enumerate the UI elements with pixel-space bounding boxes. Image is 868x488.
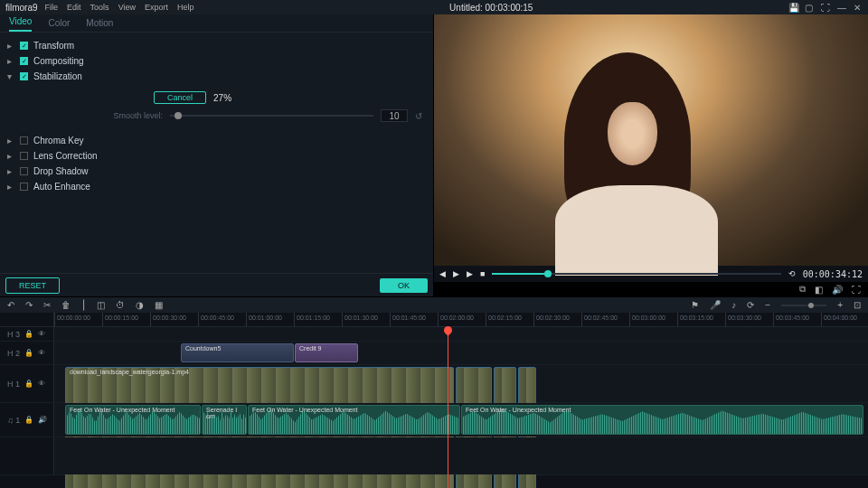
ruler-tick: 00:01:30:00	[342, 313, 378, 326]
label-auto-enhance: Auto Enhance	[33, 182, 90, 192]
checkbox-auto-enhance[interactable]	[20, 183, 28, 191]
chevron-right-icon[interactable]: ▸	[7, 56, 14, 66]
track-label: H 2	[7, 349, 20, 358]
track-label: H 3	[7, 330, 20, 339]
render-icon[interactable]: ⟳	[747, 300, 754, 310]
marker-icon[interactable]: ⚑	[691, 300, 699, 310]
tab-color[interactable]: Color	[48, 18, 70, 32]
clip-audio-4[interactable]: Feet On Water - Unexpected Moment	[461, 405, 863, 435]
ruler-tick: 00:04:00:00	[821, 313, 857, 326]
smooth-value[interactable]: 10	[381, 109, 408, 122]
chevron-right-icon[interactable]: ▸	[7, 182, 14, 192]
ruler-tick: 00:02:30:00	[533, 313, 570, 326]
lock-icon[interactable]: 🔒	[24, 349, 33, 357]
minimize-icon[interactable]: —	[837, 3, 846, 12]
playhead[interactable]	[448, 327, 448, 488]
clip-audio-3[interactable]: Feet On Water - Unexpected Moment	[248, 405, 460, 435]
label-transform: Transform	[33, 41, 74, 51]
layout-icon[interactable]: ▢	[805, 3, 814, 12]
menu-edit[interactable]: Edit	[67, 3, 81, 12]
snapshot-icon[interactable]: ⧉	[799, 284, 806, 295]
app-logo: filmora9	[5, 3, 38, 13]
ruler-tick: 00:00:15:00	[102, 313, 138, 326]
menu-help[interactable]: Help	[177, 3, 194, 12]
ruler-tick: 00:03:30:00	[725, 313, 761, 326]
preview-viewport[interactable]	[434, 14, 868, 266]
undo-icon[interactable]: ↶	[7, 300, 14, 310]
delete-icon[interactable]: 🗑	[61, 300, 71, 310]
tab-motion[interactable]: Motion	[86, 18, 113, 32]
preview-timecode: 00:00:34:12	[803, 269, 863, 279]
smooth-slider[interactable]	[170, 115, 373, 117]
clip-credit[interactable]: Credit 9	[295, 343, 358, 362]
timeline-tracks: H 3🔒👁 H 2🔒👁 Countdown5 Credit 9 H 1🔒👁 do…	[0, 327, 868, 475]
crop-icon[interactable]: ◫	[97, 300, 105, 310]
checkbox-transform[interactable]: ✓	[20, 42, 28, 50]
checkbox-drop-shadow[interactable]	[20, 167, 28, 175]
preview-progress[interactable]	[492, 273, 780, 275]
speed-icon[interactable]: ⏱	[116, 300, 125, 310]
properties-panel: Video Color Motion ▸✓Transform ▸✓Composi…	[0, 14, 434, 296]
checkbox-compositing[interactable]: ✓	[20, 57, 28, 65]
chevron-down-icon[interactable]: ▾	[7, 71, 14, 81]
menu-export[interactable]: Export	[145, 3, 168, 12]
ruler-tick: 00:03:15:00	[677, 313, 713, 326]
label-compositing: Compositing	[33, 56, 84, 66]
timeline-toolbar: ↶ ↷ ✂ 🗑 ⎮ ◫ ⏱ ◑ ▦ ⚑ 🎤 ♪ ⟳ − + ⊡	[0, 296, 868, 313]
reset-icon[interactable]: ↺	[415, 111, 422, 121]
loop-icon[interactable]: ⟲	[788, 269, 796, 278]
label-chroma-key: Chroma Key	[33, 136, 84, 145]
chevron-right-icon[interactable]: ▸	[7, 136, 14, 145]
fullscreen-preview-icon[interactable]: ⛶	[852, 285, 861, 295]
cancel-button[interactable]: Cancel	[154, 91, 206, 104]
chevron-right-icon[interactable]: ▸	[7, 166, 14, 176]
ruler-tick: 00:01:15:00	[294, 313, 330, 326]
prev-frame-icon[interactable]: ◀	[439, 269, 446, 278]
ruler-tick: 00:03:45:00	[773, 313, 809, 326]
zoom-out-icon[interactable]: −	[765, 300, 770, 310]
volume-icon[interactable]: 🔊	[832, 285, 843, 295]
eye-icon[interactable]: 👁	[38, 380, 45, 388]
mixer-icon[interactable]: ♪	[731, 300, 736, 310]
split-icon[interactable]: ⎮	[81, 300, 86, 310]
ok-button[interactable]: OK	[380, 278, 428, 293]
lock-icon[interactable]: 🔒	[24, 380, 33, 388]
mute-icon[interactable]: 🔊	[38, 416, 47, 424]
menu-tools[interactable]: Tools	[90, 3, 109, 12]
zoom-slider[interactable]	[781, 305, 826, 306]
reset-button[interactable]: RESET	[5, 277, 60, 294]
zoom-fit-icon[interactable]: ⊡	[854, 300, 861, 310]
cut-icon[interactable]: ✂	[43, 300, 51, 310]
eye-icon[interactable]: 👁	[38, 330, 45, 338]
chevron-right-icon[interactable]: ▸	[7, 151, 14, 161]
eye-icon[interactable]: 👁	[38, 349, 45, 357]
zoom-in-icon[interactable]: +	[837, 300, 843, 310]
clip-audio-1[interactable]: Feet On Water - Unexpected Moment	[65, 405, 201, 435]
mic-icon[interactable]: 🎤	[710, 300, 721, 310]
tab-video[interactable]: Video	[9, 16, 32, 32]
label-stabilization: Stabilization	[33, 71, 82, 81]
stop-icon[interactable]: ■	[480, 269, 485, 278]
play-icon[interactable]: ▶	[453, 269, 459, 278]
menu-view[interactable]: View	[118, 3, 136, 12]
fullscreen-icon[interactable]: ⛶	[821, 3, 830, 12]
quality-icon[interactable]: ◧	[815, 285, 823, 295]
green-screen-icon[interactable]: ▦	[155, 300, 163, 310]
save-icon[interactable]: 💾	[788, 3, 797, 12]
label-drop-shadow: Drop Shadow	[33, 166, 89, 176]
checkbox-chroma-key[interactable]	[20, 136, 28, 145]
color-icon[interactable]: ◑	[136, 300, 144, 310]
lock-icon[interactable]: 🔒	[24, 416, 33, 424]
checkbox-lens-correction[interactable]	[20, 152, 28, 160]
clip-countdown[interactable]: Countdown5	[181, 343, 294, 362]
timeline-ruler[interactable]: 00:00:00:0000:00:15:0000:00:30:0000:00:4…	[54, 313, 868, 326]
close-icon[interactable]: ✕	[854, 3, 863, 12]
chevron-right-icon[interactable]: ▸	[7, 41, 14, 51]
menu-file[interactable]: File	[45, 3, 59, 12]
clip-audio-2[interactable]: Serenade I om	[202, 405, 247, 435]
lock-icon[interactable]: 🔒	[24, 330, 33, 338]
redo-icon[interactable]: ↷	[25, 300, 33, 310]
ruler-tick: 00:00:30:00	[150, 313, 186, 326]
next-frame-icon[interactable]: ▶	[467, 269, 473, 278]
checkbox-stabilization[interactable]: ✓	[20, 72, 28, 80]
